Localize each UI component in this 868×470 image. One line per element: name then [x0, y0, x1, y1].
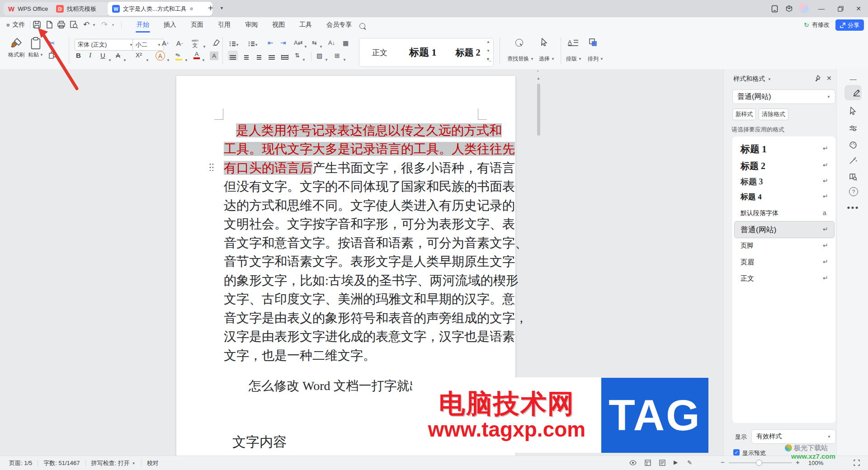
new-style-button[interactable]: 新样式	[732, 108, 756, 120]
doc-heading[interactable]: 文字内容	[232, 436, 287, 448]
gallery-more-icon[interactable]: ▼̲	[486, 57, 490, 61]
close-button[interactable]: ✕	[853, 3, 864, 14]
doc-line[interactable]: 达的方式和思维不同。文字使人类进入有历史记录的	[224, 199, 515, 212]
show-style-dropdown[interactable]: 有效样式▼	[751, 429, 836, 444]
font-color-button[interactable]: A	[193, 51, 200, 59]
undo-button[interactable]: ↶	[83, 20, 90, 29]
style-item-normal-web[interactable]: 普通(网站)	[741, 225, 776, 235]
shading-chevron-icon[interactable]: ▼	[325, 55, 328, 63]
style-heading2[interactable]: 标题 2	[456, 47, 481, 59]
undo-chevron-icon[interactable]: ▼	[92, 23, 96, 27]
print-preview-button[interactable]	[70, 20, 78, 29]
search-icon[interactable]	[359, 23, 365, 31]
pinyin-guide-button[interactable]: wén 文	[192, 37, 198, 47]
justify-button[interactable]	[269, 53, 275, 61]
select-label[interactable]: 选择▼	[539, 55, 555, 63]
doc-line[interactable]: 的象形文字，比如:古埃及的圣书字、两河流域的楔形	[224, 274, 519, 287]
paste-button[interactable]: 粘贴▼	[28, 37, 43, 59]
pane-close-icon[interactable]: ✕	[826, 75, 832, 82]
arrange-button[interactable]	[589, 38, 598, 47]
adjust-sliders-icon[interactable]	[848, 123, 858, 133]
tab-view[interactable]: 视图	[271, 18, 286, 32]
page-indicator[interactable]: 页面: 1/5	[9, 459, 32, 467]
line-spacing-chevron-icon[interactable]: ▼	[302, 55, 306, 63]
zoom-level[interactable]: 100%	[808, 460, 823, 466]
copy-icon[interactable]	[49, 52, 56, 59]
format-painter-button[interactable]: 格式刷	[8, 37, 24, 59]
tab-page[interactable]: 页面	[190, 18, 204, 32]
strikethrough-button[interactable]: A	[116, 52, 120, 59]
share-button[interactable]: 分享	[835, 19, 864, 31]
clear-format-icon[interactable]	[212, 39, 220, 46]
gallery-down-icon[interactable]: ▼	[486, 49, 490, 53]
style-item-body[interactable]: 正文	[741, 274, 754, 283]
style-item-heading2[interactable]: 标题 2	[741, 160, 765, 172]
font-size-combo[interactable]: 小二▼	[132, 39, 164, 51]
user-avatar[interactable]	[799, 4, 809, 13]
distribute-button[interactable]	[281, 53, 288, 61]
page-view-icon[interactable]	[645, 460, 651, 466]
bold-button[interactable]: B	[76, 52, 81, 59]
underline-button[interactable]: U	[100, 52, 105, 59]
doc-line[interactable]: 但没有文字。文字的不同体现了国家和民族的书面表	[224, 180, 515, 193]
word-count[interactable]: 字数: 51/1467	[43, 459, 80, 467]
edit-pencil-icon[interactable]	[852, 88, 862, 98]
tab-tools[interactable]: 工具	[298, 18, 313, 32]
font-name-combo[interactable]: 宋体 (正文)▼	[75, 39, 136, 51]
redo-button[interactable]: ↷	[101, 20, 108, 29]
align-center-button[interactable]	[243, 53, 250, 61]
fit-screen-icon[interactable]	[854, 460, 860, 466]
proofread-button[interactable]: 校对	[147, 459, 159, 467]
style-item-heading4[interactable]: 标题 4	[741, 192, 762, 202]
clear-format-button[interactable]: 清除格式	[759, 108, 788, 120]
doc-line[interactable]: 文字、古印度文字、美洲的玛雅文和早期的汉字。意	[224, 293, 515, 306]
style-item-heading1[interactable]: 标题 1	[741, 143, 767, 155]
select-cursor-icon[interactable]	[848, 106, 858, 116]
doc-line[interactable]: 文明社会。文字按字音和字形，可分为表形文字、表	[224, 218, 515, 230]
save-button[interactable]	[33, 20, 41, 29]
web-layout-icon[interactable]	[659, 460, 665, 466]
modified-status[interactable]: ↻ 有修改	[804, 21, 830, 29]
show-preview-checkbox[interactable]: ✓	[733, 449, 740, 456]
font-color-chevron-icon[interactable]: ▼	[202, 55, 205, 63]
restore-button[interactable]	[835, 3, 846, 14]
ribbon-collapse-icon[interactable]: ⌃	[536, 70, 540, 75]
borders-button[interactable]: ⊞	[335, 52, 340, 59]
numbered-list-button[interactable]: ▼	[249, 40, 258, 48]
vertical-scrollbar-thumb[interactable]	[537, 84, 540, 136]
eye-protect-icon[interactable]	[629, 460, 637, 466]
gallery-up-icon[interactable]: ▲	[486, 40, 490, 44]
cjk-layout-button[interactable]: ⇆	[312, 39, 317, 46]
strike-chevron-icon[interactable]: ▼	[123, 55, 127, 63]
pane-title[interactable]: 样式和格式▼	[733, 75, 771, 83]
borders-chevron-icon[interactable]: ▼	[343, 55, 346, 63]
redo-chevron-icon[interactable]: ▼	[111, 23, 115, 27]
doc-finder-icon[interactable]	[848, 172, 858, 182]
zoom-slider-thumb[interactable]	[756, 460, 762, 466]
doc-line-3[interactable]: 有口头的语言后产生书面文字，很多小语种，有语言	[224, 162, 515, 174]
superscript-chevron-icon[interactable]: ▼	[146, 55, 149, 63]
doc-line[interactable]: 音文字是由表义的象形符号和表音的声旁组成的文字，	[224, 312, 528, 324]
tab-document[interactable]: W 文字是人类...方式和工具	[108, 2, 212, 16]
tab-insert[interactable]: 插入	[163, 18, 177, 32]
spellcheck-chevron-icon[interactable]: ▼	[132, 461, 136, 465]
select-button[interactable]	[541, 38, 548, 46]
style-item-default-font[interactable]: 默认段落字体	[741, 209, 778, 217]
decrease-font-button[interactable]: A−	[176, 39, 183, 47]
help-icon[interactable]: ?	[849, 187, 858, 196]
more-tools-icon[interactable]: ●●●	[848, 202, 858, 212]
scroll-up-icon[interactable]: ▲	[537, 76, 540, 80]
slideshow-play-icon[interactable]: ▶	[674, 459, 678, 465]
paragraph-drag-handle[interactable]	[209, 163, 213, 171]
tab-list-chevron-icon[interactable]: ▼	[220, 6, 224, 10]
find-replace-button[interactable]	[515, 39, 523, 48]
style-heading1[interactable]: 标题 1	[409, 46, 437, 59]
pinyin-chevron-icon[interactable]: ▼	[203, 42, 206, 50]
arrange-label[interactable]: 排列▼	[588, 55, 604, 63]
underline-chevron-icon[interactable]: ▼	[108, 55, 112, 63]
export-pdf-button[interactable]	[45, 20, 53, 29]
decrease-indent-icon[interactable]: ⇤	[268, 39, 274, 47]
text-direction-button[interactable]: A⇄	[294, 39, 303, 46]
minimize-button[interactable]: —	[816, 3, 827, 14]
superscript-button[interactable]: X²	[136, 52, 142, 59]
